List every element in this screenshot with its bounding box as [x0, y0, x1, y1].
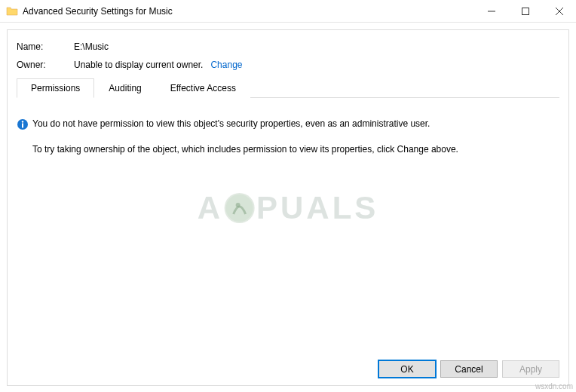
tab-auditing[interactable]: Auditing — [94, 78, 155, 98]
name-label: Name: — [17, 41, 74, 52]
hint-message: To try taking ownership of the object, w… — [17, 144, 559, 155]
minimize-button[interactable] — [474, 0, 508, 22]
message-area: You do not have permission to view this … — [8, 107, 568, 166]
change-owner-link[interactable]: Change — [210, 60, 242, 70]
maximize-button[interactable] — [508, 0, 542, 22]
name-value: E:\Music — [74, 41, 109, 52]
apply-button: Apply — [502, 360, 559, 378]
owner-row: Owner: Unable to display current owner. … — [17, 60, 559, 70]
info-message-text: You do not have permission to view this … — [32, 118, 430, 129]
folder-icon — [6, 5, 18, 17]
owner-value: Unable to display current owner. — [74, 60, 203, 70]
ok-button[interactable]: OK — [378, 360, 436, 378]
window-title: Advanced Security Settings for Music — [23, 6, 173, 17]
info-icon — [17, 118, 29, 130]
svg-point-7 — [226, 194, 253, 222]
svg-rect-1 — [522, 8, 529, 14]
source-attribution: wsxdn.com — [535, 382, 573, 390]
header-area: Name: E:\Music Owner: Unable to display … — [8, 30, 568, 107]
watermark-logo-icon — [225, 193, 255, 223]
info-message-line: You do not have permission to view this … — [17, 118, 559, 130]
tab-permissions[interactable]: Permissions — [17, 78, 94, 98]
svg-rect-6 — [22, 124, 23, 128]
name-row: Name: E:\Music — [17, 41, 559, 52]
watermark: A PUALS — [198, 190, 379, 226]
button-bar: OK Cancel Apply — [378, 360, 559, 378]
watermark-pre: A — [198, 190, 223, 226]
tab-effective-access[interactable]: Effective Access — [156, 78, 250, 98]
window-controls — [474, 0, 576, 22]
svg-point-5 — [22, 121, 23, 122]
svg-point-8 — [236, 203, 241, 207]
owner-label: Owner: — [17, 60, 74, 70]
close-button[interactable] — [542, 0, 576, 22]
titlebar: Advanced Security Settings for Music — [0, 0, 576, 23]
content-panel: Name: E:\Music Owner: Unable to display … — [7, 29, 569, 386]
tabs: Permissions Auditing Effective Access — [17, 78, 559, 98]
cancel-button[interactable]: Cancel — [440, 360, 498, 378]
watermark-post: PUALS — [256, 190, 378, 226]
